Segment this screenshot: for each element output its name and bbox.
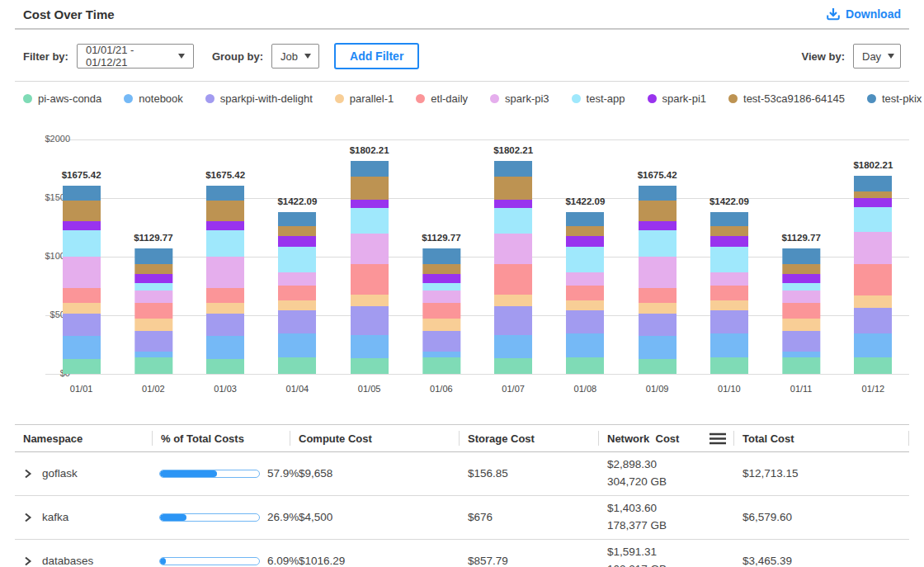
bar-segment-test-53ca9186-64145[interactable] [63,201,101,221]
bar-segment-notebook[interactable] [278,333,316,357]
legend-item-test-app[interactable]: test-app [572,92,625,105]
bar-segment-spark-pi3[interactable] [782,291,820,303]
download-button[interactable]: Download [827,7,901,21]
view-by-select[interactable]: Day [853,44,901,69]
bar-segment-spark-pi3[interactable] [639,257,676,288]
bar-segment-spark-pi1[interactable] [63,221,101,230]
legend-item-sparkpi-with-delight[interactable]: sparkpi-with-delight [205,92,313,105]
bar-segment-test-app[interactable] [639,230,676,257]
bar-segment-test-53ca9186-64145[interactable] [566,226,604,236]
bar-segment-spark-pi1[interactable] [494,200,532,208]
bar-segment-sparkpi-with-delight[interactable] [63,314,101,337]
bar-segment-test-app[interactable] [854,207,892,232]
bar-segment-pi-aws-conda[interactable] [422,357,460,374]
bar-segment-sparkpi-with-delight[interactable] [494,306,532,335]
bar-segment-spark-pi3[interactable] [710,272,748,286]
bar-segment-sparkpi-with-delight[interactable] [639,314,676,337]
bar-segment-etl-daily[interactable] [422,303,460,319]
add-filter-button[interactable]: Add Filter [334,43,419,69]
bar-segment-test-53ca9186-64145[interactable] [206,201,244,221]
bar-segment-parallel-1[interactable] [206,303,244,313]
bar-segment-test-pkix[interactable] [854,176,892,191]
bar-segment-spark-pi3[interactable] [278,272,316,286]
legend-item-test-pkix[interactable]: test-pkix [867,92,922,105]
bar-segment-etl-daily[interactable] [63,288,101,303]
bar-segment-etl-daily[interactable] [639,288,676,303]
bar-segment-etl-daily[interactable] [351,264,389,295]
column-header-compute-cost[interactable]: Compute Cost [290,425,460,451]
legend-item-notebook[interactable]: notebook [124,92,183,105]
legend-item-spark-pi1[interactable]: spark-pi1 [648,92,706,105]
group-by-select[interactable]: Job [271,44,319,69]
bar-segment-pi-aws-conda[interactable] [854,357,892,374]
bar-segment-test-53ca9186-64145[interactable] [639,201,676,221]
bar-segment-spark-pi1[interactable] [278,236,316,246]
bar-segment-test-53ca9186-64145[interactable] [134,264,172,274]
bar-segment-spark-pi1[interactable] [422,274,460,283]
bar-segment-spark-pi1[interactable] [134,274,172,283]
bar-segment-sparkpi-with-delight[interactable] [134,331,172,351]
bar-segment-test-pkix[interactable] [422,248,460,264]
bar-segment-pi-aws-conda[interactable] [134,357,172,374]
legend-item-parallel-1[interactable]: parallel-1 [335,92,394,105]
bar-segment-etl-daily[interactable] [206,288,244,303]
bar-segment-notebook[interactable] [422,352,460,357]
bar-segment-parallel-1[interactable] [63,303,101,313]
bar-segment-notebook[interactable] [710,333,748,357]
bar-segment-test-pkix[interactable] [351,161,389,177]
bar-segment-test-pkix[interactable] [566,212,604,226]
date-range-select[interactable]: 01/01/21 - 01/12/21 [77,44,194,69]
bar-segment-sparkpi-with-delight[interactable] [422,331,460,351]
bar-segment-spark-pi1[interactable] [710,236,748,246]
bar-segment-notebook[interactable] [639,336,676,359]
bar-segment-spark-pi1[interactable] [566,236,604,246]
bar-segment-sparkpi-with-delight[interactable] [206,314,244,337]
bar-segment-test-app[interactable] [710,247,748,272]
bar-segment-notebook[interactable] [206,336,244,359]
bar-segment-spark-pi3[interactable] [494,234,532,265]
bar-segment-test-pkix[interactable] [134,248,172,264]
bar-segment-pi-aws-conda[interactable] [639,359,676,374]
bar-segment-parallel-1[interactable] [134,319,172,331]
legend-item-pi-aws-conda[interactable]: pi-aws-conda [23,92,101,105]
bar-segment-parallel-1[interactable] [422,319,460,331]
bar-segment-spark-pi3[interactable] [422,291,460,303]
bar-segment-test-app[interactable] [63,230,101,257]
bar-segment-test-pkix[interactable] [206,186,244,201]
bar-segment-test-app[interactable] [782,283,820,291]
bar-segment-etl-daily[interactable] [134,303,172,319]
bar-segment-pi-aws-conda[interactable] [351,358,389,374]
bar-segment-parallel-1[interactable] [566,300,604,310]
bar-segment-pi-aws-conda[interactable] [494,358,532,374]
bar-segment-test-53ca9186-64145[interactable] [710,226,748,236]
bar-segment-parallel-1[interactable] [351,295,389,305]
chevron-right-icon[interactable] [23,469,32,479]
bar-segment-test-app[interactable] [494,208,532,234]
bar-segment-sparkpi-with-delight[interactable] [710,310,748,333]
bar-segment-test-pkix[interactable] [278,212,316,226]
column-header-namespace[interactable]: Namespace [15,425,153,451]
bar-segment-test-53ca9186-64145[interactable] [422,264,460,274]
bar-segment-notebook[interactable] [134,352,172,357]
bar-segment-test-app[interactable] [351,208,389,234]
bar-segment-pi-aws-conda[interactable] [278,357,316,374]
bar-segment-spark-pi3[interactable] [134,291,172,303]
column-header-percent-total[interactable]: % of Total Costs [153,425,290,451]
bar-segment-etl-daily[interactable] [782,303,820,319]
column-header-network-cost[interactable]: Network Cost [599,425,734,451]
legend-item-spark-pi3[interactable]: spark-pi3 [490,92,549,105]
chevron-right-icon[interactable] [23,513,32,522]
bar-segment-test-app[interactable] [134,283,172,291]
bar-segment-notebook[interactable] [566,333,604,357]
menu-icon[interactable] [709,432,727,445]
bar-segment-test-app[interactable] [278,247,316,272]
bar-segment-test-53ca9186-64145[interactable] [278,226,316,236]
bar-segment-test-app[interactable] [206,230,244,257]
bar-segment-test-53ca9186-64145[interactable] [351,177,389,200]
bar-segment-notebook[interactable] [351,335,389,358]
bar-segment-pi-aws-conda[interactable] [710,357,748,374]
bar-segment-etl-daily[interactable] [854,264,892,295]
bar-segment-notebook[interactable] [854,333,892,357]
bar-segment-sparkpi-with-delight[interactable] [854,308,892,333]
bar-segment-parallel-1[interactable] [494,295,532,305]
